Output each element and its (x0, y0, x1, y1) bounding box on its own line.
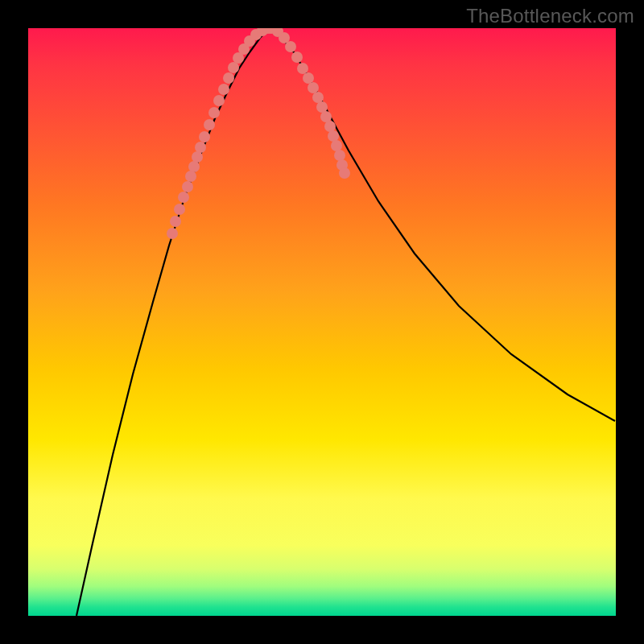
highlight-dot (316, 101, 328, 113)
highlight-dot (328, 130, 339, 142)
highlight-dot (228, 62, 239, 73)
plot-area (28, 28, 616, 616)
highlight-dot (188, 161, 200, 172)
highlight-dot (178, 192, 189, 203)
highlight-dot (223, 72, 234, 84)
highlight-dot (204, 119, 215, 130)
curve-left-path (76, 28, 270, 616)
highlight-dot (303, 72, 314, 84)
highlight-dot (331, 140, 342, 151)
highlight-dot (312, 92, 324, 103)
highlight-dot (324, 121, 336, 132)
bottleneck-curve (28, 28, 616, 616)
highlight-dots-left (167, 28, 274, 239)
highlight-dots-right (266, 28, 350, 179)
watermark-text: TheBottleneck.com (466, 5, 634, 27)
highlight-dot (208, 107, 220, 118)
highlight-dot (285, 41, 296, 52)
highlight-dot (334, 150, 345, 161)
highlight-dot (170, 216, 181, 227)
highlight-dot (291, 52, 303, 63)
highlight-dot (339, 167, 350, 179)
highlight-dot (213, 95, 225, 106)
highlight-dot (218, 84, 229, 95)
chart-frame: TheBottleneck.com (0, 0, 644, 644)
highlight-dot (308, 82, 319, 93)
highlight-dot (195, 142, 206, 153)
highlight-dot (174, 204, 185, 215)
highlight-dot (199, 131, 210, 142)
highlight-dot (167, 228, 178, 239)
highlight-dot (297, 63, 308, 74)
highlight-dot (182, 181, 193, 192)
curve-right-path (270, 28, 615, 421)
highlight-dot (320, 111, 332, 122)
highlight-dot (192, 151, 203, 163)
highlight-dot (185, 171, 196, 182)
